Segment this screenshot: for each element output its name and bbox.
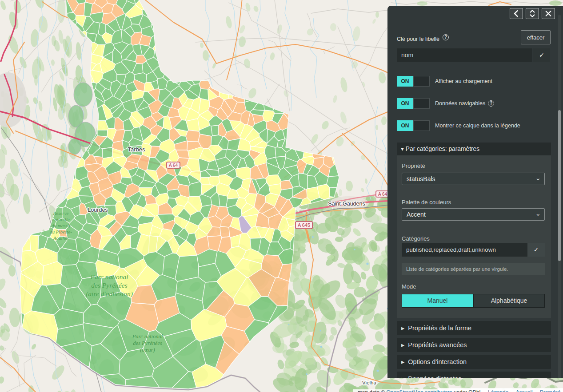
svg-text:Parc national: Parc national — [90, 273, 128, 281]
svg-text:Parc national: Parc national — [132, 333, 163, 340]
svg-text:A 64: A 64 — [378, 192, 387, 197]
svg-text:(aire d'adhésion): (aire d'adhésion) — [86, 290, 133, 298]
svg-text:des Pyrénées: des Pyrénées — [133, 340, 162, 346]
svg-text:Lourdes: Lourdes — [88, 207, 108, 213]
svg-text:A 64: A 64 — [169, 163, 178, 168]
svg-text:(cœur): (cœur) — [140, 347, 155, 353]
svg-text:du massif: du massif — [52, 223, 71, 228]
svg-text:des Pyrénées: des Pyrénées — [91, 281, 127, 289]
svg-text:du Pibeste-: du Pibeste- — [50, 229, 72, 234]
svg-text:Tarbes: Tarbes — [128, 146, 145, 153]
svg-text:Aoulhet: Aoulhet — [53, 235, 69, 241]
svg-text:Réserve: Réserve — [53, 210, 69, 216]
svg-text:A 645: A 645 — [298, 222, 310, 228]
svg-text:naturelle: naturelle — [52, 217, 69, 222]
svg-text:Saint-Gaudens: Saint-Gaudens — [328, 201, 365, 207]
svg-text:Vielha: Vielha — [362, 380, 376, 385]
